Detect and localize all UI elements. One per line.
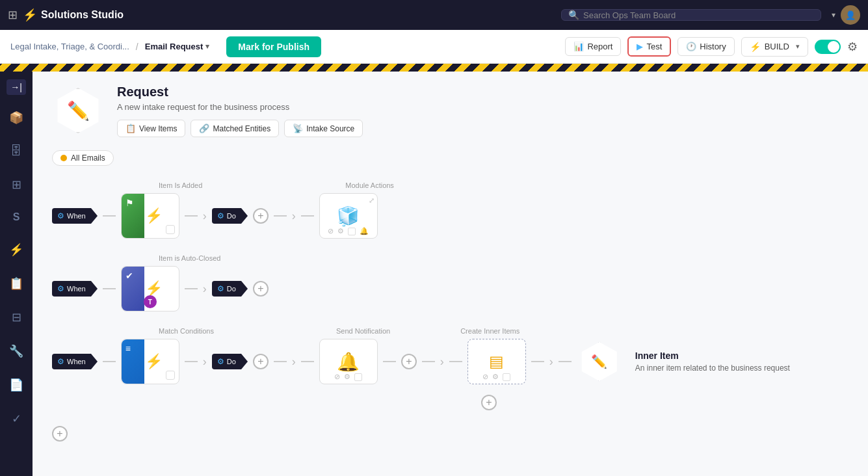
sidebar-item-check[interactable]: ✓ bbox=[8, 408, 25, 430]
intake-source-label: Intake Source bbox=[306, 124, 354, 133]
when-tag-icon-1: ⚙ bbox=[57, 211, 64, 220]
plus-btn-4[interactable]: + bbox=[401, 354, 417, 369]
app-name: Solutions Studio bbox=[41, 9, 124, 21]
do-node-3[interactable]: ⚙ Do bbox=[212, 354, 248, 369]
flow-row-1-content: ⚙ When ⚑ ⚡ bbox=[52, 193, 848, 239]
emails-label: All Emails bbox=[71, 153, 105, 163]
breadcrumb-parent[interactable]: Legal Intake, Triage, & Coordi... bbox=[10, 42, 129, 51]
nav-chevron-icon[interactable]: ▾ bbox=[832, 10, 835, 20]
main-canvas: ✏️ Request A new intake request for the … bbox=[33, 72, 868, 476]
sidebar-item-grid[interactable]: ⊞ bbox=[8, 174, 25, 196]
inner-item-plus-button[interactable]: + bbox=[481, 395, 497, 410]
build-select[interactable]: ⚡ BUILD ▾ bbox=[741, 37, 808, 57]
flow-row3-action2-label: Create Inner Items bbox=[460, 327, 519, 335]
when-tag-label-2: When bbox=[67, 285, 86, 293]
sidebar-item-s[interactable]: S bbox=[9, 207, 24, 227]
search-input[interactable] bbox=[583, 10, 814, 20]
sidebar-item-notes[interactable]: 📋 bbox=[5, 272, 27, 295]
view-items-button[interactable]: 📋 View Items bbox=[117, 120, 185, 137]
flow-row1-label: Item Is Added bbox=[159, 181, 202, 189]
sidebar-item-package[interactable]: 📦 bbox=[5, 107, 27, 129]
view-items-label: View Items bbox=[139, 124, 177, 133]
do-tag-label-3: Do bbox=[227, 358, 236, 365]
avatar-image: 👤 bbox=[845, 10, 856, 20]
sidebar-item-database[interactable]: 🗄 bbox=[7, 140, 26, 162]
flow-arrow-7: › bbox=[549, 355, 553, 369]
app-logo: ⚡ Solutions Studio bbox=[23, 8, 124, 22]
sidebar-item-tools[interactable]: 🔧 bbox=[5, 340, 27, 362]
connector-13 bbox=[449, 361, 462, 362]
when-node-1[interactable]: ⚙ When bbox=[52, 208, 98, 224]
flow-row1-action-label: Module Actions bbox=[345, 181, 394, 189]
report-button[interactable]: 📊 Report bbox=[565, 37, 621, 56]
plus-btn-2[interactable]: + bbox=[253, 281, 269, 297]
do-tag-icon-1: ⚙ bbox=[217, 211, 224, 220]
breadcrumb-current[interactable]: Email Request ▾ bbox=[145, 42, 210, 51]
sidebar-item-table[interactable]: ⊟ bbox=[8, 306, 25, 328]
emails-badge[interactable]: All Emails bbox=[52, 150, 114, 166]
check-box-4 bbox=[503, 373, 510, 381]
flag-icon: ⚑ bbox=[125, 198, 134, 208]
do-node-1[interactable]: ⚙ Do bbox=[212, 208, 248, 224]
plus-btn-1[interactable]: + bbox=[253, 208, 269, 224]
when-tag-2: ⚙ When bbox=[52, 281, 91, 297]
connector-12 bbox=[422, 361, 435, 362]
connector-8 bbox=[185, 361, 198, 362]
search-icon: 🔍 bbox=[568, 10, 579, 20]
add-flow-button[interactable]: + bbox=[52, 426, 68, 442]
connector-14 bbox=[531, 361, 544, 362]
when-tag-icon-3: ⚙ bbox=[57, 357, 64, 366]
create-inner-items-card[interactable]: ▤ ⊘ ⚙ bbox=[467, 339, 526, 384]
connector-1 bbox=[103, 215, 116, 217]
main-layout: →| 📦 🗄 ⊞ S ⚡ 📋 ⊟ 🔧 📄 ✓ ✏️ Request A new … bbox=[0, 72, 868, 476]
trigger-card-1[interactable]: ⚑ ⚡ bbox=[121, 193, 179, 239]
action-card-1[interactable]: 🧊 ⤢ ⊘ ⚙ 🔔 bbox=[319, 193, 378, 239]
action-card-send-notification[interactable]: 🔔 ⊘ ⚙ bbox=[319, 339, 378, 384]
history-icon: 🕐 bbox=[686, 42, 696, 51]
gear-icon[interactable]: ⚙ bbox=[847, 40, 858, 54]
test-button[interactable]: ▶ Test bbox=[627, 36, 671, 57]
when-node-2[interactable]: ⚙ When bbox=[52, 281, 98, 297]
check-box-3 bbox=[354, 373, 362, 381]
breadcrumb-separator: / bbox=[136, 42, 138, 52]
avatar[interactable]: 👤 bbox=[841, 5, 860, 25]
trigger-match-3: ≡ bbox=[122, 339, 144, 384]
inner-item-title: Inner Item bbox=[635, 350, 790, 361]
check-icon-2: ✔ bbox=[125, 271, 133, 281]
bell-notification-icon: 🔔 bbox=[337, 351, 360, 373]
toggle-switch[interactable] bbox=[815, 40, 841, 54]
do-arrow-3 bbox=[241, 354, 248, 369]
trigger-card-2[interactable]: ✔ ⚡ T bbox=[121, 266, 179, 311]
publish-button[interactable]: Mark for Publish bbox=[226, 36, 321, 57]
when-tag-3: ⚙ When bbox=[52, 354, 91, 369]
breadcrumb-bar: Legal Intake, Triage, & Coordi... / Emai… bbox=[0, 30, 868, 64]
flow-row-3-content: ⚙ When ≡ ⚡ › bbox=[52, 339, 848, 384]
history-label: History bbox=[700, 42, 726, 51]
emails-dot bbox=[60, 155, 67, 161]
matched-entities-button[interactable]: 🔗 Matched Entities bbox=[191, 120, 279, 137]
trigger-bolt-3: ⚡ bbox=[145, 353, 163, 370]
settings-icon-4: ⚙ bbox=[492, 373, 499, 381]
do-node-2[interactable]: ⚙ Do bbox=[212, 281, 248, 297]
settings-icon-3: ⚙ bbox=[344, 373, 350, 381]
search-bar: 🔍 bbox=[561, 9, 821, 21]
intake-source-button[interactable]: 📡 Intake Source bbox=[284, 120, 363, 137]
plus-btn-3[interactable]: + bbox=[253, 354, 269, 369]
grid-icon[interactable]: ⊞ bbox=[8, 8, 18, 22]
inner-item-hex: ✏️ bbox=[577, 339, 622, 384]
history-button[interactable]: 🕐 History bbox=[677, 37, 734, 56]
settings-icon-1: ⚙ bbox=[337, 227, 344, 235]
report-label: Report bbox=[587, 42, 612, 51]
when-node-3[interactable]: ⚙ When bbox=[52, 354, 98, 369]
sidebar-item-clipboard[interactable]: 📄 bbox=[5, 374, 27, 396]
test-label: Test bbox=[646, 42, 662, 51]
trigger-card-3[interactable]: ≡ ⚡ bbox=[121, 339, 179, 384]
sidebar-item-bolt[interactable]: ⚡ bbox=[5, 239, 27, 261]
view-items-icon: 📋 bbox=[125, 124, 136, 133]
sidebar-collapse-button[interactable]: →| bbox=[7, 79, 26, 95]
expand-icon-1[interactable]: ⤢ bbox=[369, 196, 375, 205]
flow-arrow-6: › bbox=[440, 355, 444, 369]
request-buttons: 📋 View Items 🔗 Matched Entities 📡 Intake… bbox=[117, 120, 363, 137]
inner-item-card-icon: ▤ bbox=[489, 352, 504, 371]
flow-row-3: Match Conditions Send Notification Creat… bbox=[52, 327, 848, 410]
